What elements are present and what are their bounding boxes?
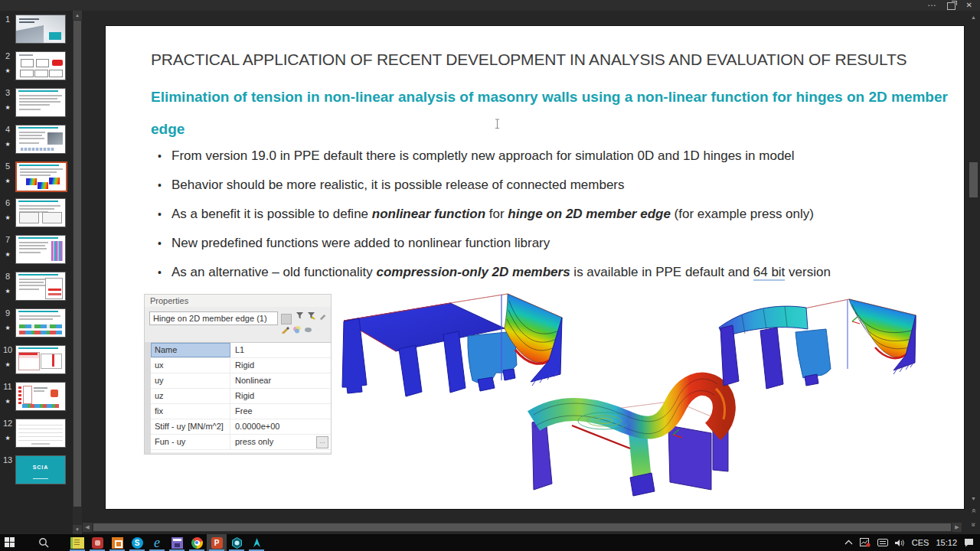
text-cursor xyxy=(495,119,501,129)
property-row[interactable]: uxRigid xyxy=(151,358,331,373)
thumb-decor xyxy=(19,18,39,20)
thumbnail-scrollbar-thumb[interactable] xyxy=(74,21,81,507)
slide-subtitle[interactable]: Elimination of tension in non-linear ana… xyxy=(151,81,951,145)
vertical-scrollbar-thumb[interactable] xyxy=(969,162,978,197)
setup-app-taskbar-button[interactable] xyxy=(167,534,187,551)
bullet-list[interactable]: •From version 19.0 in PPE default there … xyxy=(158,147,931,292)
taskbar-apps: S e P xyxy=(0,534,266,551)
slide-thumbnail[interactable] xyxy=(15,198,66,227)
internet-explorer-taskbar-button[interactable]: e xyxy=(147,534,167,551)
text-segment: As an alternative – old functionality xyxy=(172,265,376,279)
scroll-down-icon[interactable]: ▼ xyxy=(969,494,978,504)
thumb-decor xyxy=(19,109,41,110)
chrome-taskbar-button[interactable] xyxy=(187,534,207,551)
bullet-marker: • xyxy=(158,176,172,194)
properties-toolbar-row2 xyxy=(281,325,312,334)
slide-thumbnail[interactable] xyxy=(15,382,66,411)
speaker-icon xyxy=(895,539,905,547)
scroll-left-icon[interactable]: ◀ xyxy=(83,523,92,532)
text-segment: Behavior should be more realistic, it is… xyxy=(172,178,625,192)
tray-expand-button[interactable] xyxy=(844,540,853,546)
clock[interactable]: 15:12 xyxy=(936,538,957,547)
more-button[interactable]: … xyxy=(316,436,328,448)
property-row[interactable]: NameL1 xyxy=(151,343,331,358)
slide-number: 9 xyxy=(0,308,15,318)
properties-panel[interactable]: Properties Hinge on 2D member edge (1) N… xyxy=(144,294,332,455)
notes-app-icon xyxy=(70,537,84,549)
scroll-up-icon[interactable]: ▲ xyxy=(969,12,978,22)
previous-slide-button[interactable]: » xyxy=(969,506,978,516)
slide-meta: 8★ xyxy=(0,272,15,295)
thumb-decor xyxy=(19,208,54,210)
action-center-button[interactable] xyxy=(964,538,974,547)
language-indicator[interactable]: CES xyxy=(912,538,929,547)
thumb-decor xyxy=(42,212,62,223)
slide-thumbnail[interactable] xyxy=(15,235,66,264)
thumbnail-scrollbar[interactable]: ▲ ▼ xyxy=(73,11,82,534)
thumb-decor xyxy=(19,98,57,99)
start-button[interactable] xyxy=(0,534,20,551)
slide-thumbnail[interactable] xyxy=(15,15,66,44)
thumb-decor xyxy=(51,390,58,397)
slide-thumbnail[interactable] xyxy=(15,161,67,192)
slide-thumbnail[interactable] xyxy=(15,272,66,301)
slide-meta: 12★ xyxy=(0,419,15,442)
property-row[interactable]: uzRigid xyxy=(151,389,331,404)
thumb-decor xyxy=(52,60,63,66)
input-indicator[interactable] xyxy=(877,539,888,546)
slide-thumbnail[interactable] xyxy=(15,125,66,154)
horizontal-scrollbar-thumb[interactable] xyxy=(93,523,951,531)
thumb-decor xyxy=(20,174,51,176)
slide-meta: 2★ xyxy=(0,51,15,75)
pencil-icon xyxy=(318,311,327,320)
tray-notification-app[interactable] xyxy=(860,538,871,547)
scroll-up-icon[interactable]: ▲ xyxy=(73,11,82,20)
bullet-marker: • xyxy=(158,234,172,253)
slide-thumbnail[interactable] xyxy=(15,345,66,374)
slide-title[interactable]: PRACTICAL APPLICATION OF RECENT DEVELOPM… xyxy=(151,51,906,69)
close-window-icon[interactable]: ✕ xyxy=(966,0,972,10)
animation-star-icon: ★ xyxy=(0,324,15,332)
media-app-taskbar-button[interactable] xyxy=(87,534,107,551)
slide-editing-area: PRACTICAL APPLICATION OF RECENT DEVELOPM… xyxy=(82,11,980,534)
property-name: Stiff - uy [MN/m^2] xyxy=(151,419,230,434)
volume-control[interactable] xyxy=(895,539,905,547)
next-slide-button[interactable]: » xyxy=(969,520,978,530)
powerpoint-taskbar-button[interactable]: P xyxy=(207,534,227,551)
property-row[interactable]: uyNonlinear xyxy=(151,373,331,389)
fem-model-right[interactable] xyxy=(713,292,921,397)
search-button[interactable] xyxy=(34,534,54,551)
thumb-decor xyxy=(48,293,61,295)
restore-window-icon[interactable] xyxy=(947,2,956,10)
slide-thumbnail[interactable] xyxy=(15,51,66,80)
property-row[interactable]: Stiff - uy [MN/m^2]0.0000e+00 xyxy=(151,419,331,435)
scroll-down-icon[interactable]: ▼ xyxy=(73,525,82,534)
thumbnail-list: 12★3★4★5★6★7★8★9★10★11★12★13SCIA xyxy=(0,11,73,488)
property-row[interactable]: Fun - uypress only… xyxy=(151,435,331,450)
skype-taskbar-button[interactable]: S xyxy=(127,534,147,551)
scroll-right-icon[interactable]: ▶ xyxy=(952,523,962,532)
scia-app-taskbar-button[interactable] xyxy=(247,534,266,551)
property-name: fix xyxy=(151,404,230,419)
more-options-icon[interactable]: … xyxy=(927,0,937,8)
slide-thumbnail[interactable]: SCIA xyxy=(15,455,66,484)
hexagon-app-taskbar-button[interactable] xyxy=(227,534,247,551)
thumb-decor xyxy=(18,311,58,312)
slide-number: 10 xyxy=(0,345,15,354)
slide-canvas[interactable]: PRACTICAL APPLICATION OF RECENT DEVELOPM… xyxy=(105,25,965,510)
vm-app-icon xyxy=(112,537,123,549)
slide-thumbnail[interactable] xyxy=(15,419,66,448)
slide-thumbnail[interactable] xyxy=(15,308,66,337)
notes-app-taskbar-button[interactable] xyxy=(67,534,87,551)
animation-star-icon: ★ xyxy=(0,251,15,259)
slide-thumbnail[interactable] xyxy=(15,88,66,117)
text-segment: From version 19.0 in PPE default there i… xyxy=(172,148,795,163)
property-value: 0.0000e+00 xyxy=(230,419,279,434)
vm-app-taskbar-button[interactable] xyxy=(107,534,127,551)
thumb-decor xyxy=(18,422,63,441)
thumb-decor xyxy=(19,21,34,23)
property-row[interactable]: fixFree xyxy=(151,404,331,419)
main-horizontal-scrollbar[interactable]: ◀ ▶ xyxy=(83,523,962,532)
thumb-decor xyxy=(19,205,60,207)
main-vertical-scrollbar[interactable]: ▲ ▼ » » xyxy=(968,12,979,531)
